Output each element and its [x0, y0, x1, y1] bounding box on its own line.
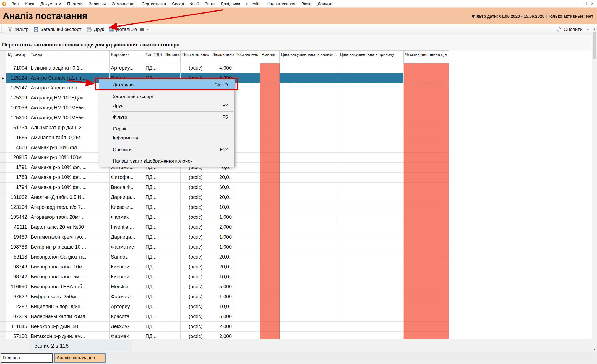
grid-cell[interactable]	[280, 232, 338, 242]
grid-cell[interactable]	[234, 322, 260, 332]
grid-cell[interactable]	[404, 143, 449, 153]
grid-cell[interactable]: Азитро Сандоз табл. ...	[29, 83, 110, 93]
grid-cell[interactable]	[280, 272, 338, 282]
grid-cell[interactable]	[404, 312, 449, 322]
grid-cell[interactable]: Артериу...	[110, 63, 144, 73]
menubar-item-філії[interactable]: Філії	[187, 1, 202, 6]
table-row[interactable]: 123104Атерокард табл. п/о 7...Киевски...…	[0, 202, 449, 212]
grid-cell[interactable]	[338, 113, 404, 123]
grid-cell[interactable]	[164, 242, 181, 252]
grid-cell[interactable]: ПД...	[144, 212, 164, 222]
grid-cell[interactable]: (офіс)	[181, 202, 211, 212]
table-row[interactable]: 107359Валерианы капли 25млКрасота ...ПД.…	[0, 312, 449, 322]
context-menu-item-оновити[interactable]: ОновитиF12	[99, 145, 234, 154]
detail-button[interactable]: Детально	[106, 26, 139, 33]
grid-cell[interactable]: Артериу...	[110, 302, 144, 312]
grid-cell[interactable]	[404, 93, 449, 103]
grid-cell[interactable]	[338, 93, 404, 103]
row-indicator[interactable]	[0, 282, 6, 292]
grid-cell[interactable]	[260, 103, 280, 113]
grid-cell[interactable]: 42111	[6, 222, 29, 232]
row-indicator[interactable]	[0, 202, 6, 212]
grid-cell[interactable]: 98743	[6, 262, 29, 272]
row-indicator[interactable]	[0, 292, 6, 302]
grid-cell[interactable]	[338, 302, 404, 312]
scroll-down-icon[interactable]: ▼	[592, 347, 597, 352]
grid-cell[interactable]	[234, 93, 260, 103]
column-header-1[interactable]: ІД товару	[6, 51, 29, 63]
grid-cell[interactable]	[404, 232, 449, 242]
grid-cell[interactable]: ПД...	[144, 272, 164, 282]
grid-cell[interactable]: ПД...	[144, 262, 164, 272]
grid-cell[interactable]	[404, 63, 449, 73]
grid-cell[interactable]	[280, 192, 338, 202]
context-menu-item-налаштувати-відображення-колонок[interactable]: Налаштувати відображення колонок	[99, 157, 234, 166]
table-row[interactable]: 19459Бетаметазон крем туб...Дарница...ПД…	[0, 232, 449, 242]
grid-cell[interactable]: 97822	[6, 292, 29, 302]
grid-cell[interactable]	[164, 63, 181, 73]
grid-cell[interactable]	[234, 113, 260, 123]
grid-cell[interactable]	[234, 103, 260, 113]
grid-cell[interactable]	[404, 202, 449, 212]
column-header-4[interactable]: Тип ПДВ	[144, 51, 164, 63]
row-indicator[interactable]	[0, 232, 6, 242]
grid-cell[interactable]: 53118	[6, 252, 29, 262]
grid-cell[interactable]: 1791	[6, 163, 29, 173]
grid-options-icon[interactable]: ⁞⁞	[0, 51, 6, 63]
menubar-item-звіт[interactable]: Звіт	[9, 1, 22, 6]
grid-cell[interactable]	[260, 262, 280, 272]
table-row[interactable]: 108756Бетаргин р-р саше 10 ...ФарматисПД…	[0, 242, 449, 252]
grid-cell[interactable]	[280, 212, 338, 222]
grid-cell[interactable]	[260, 93, 280, 103]
grid-cell[interactable]	[404, 282, 449, 292]
context-menu-item-сервіс[interactable]: Сервіс	[99, 124, 234, 133]
refresh-button[interactable]: Оновити	[554, 26, 585, 33]
grid-cell[interactable]	[260, 83, 280, 93]
grid-cell[interactable]	[338, 83, 404, 93]
row-indicator[interactable]	[0, 242, 6, 252]
grid-cell[interactable]	[338, 123, 404, 133]
grid-cell[interactable]	[164, 302, 181, 312]
scroll-up-icon[interactable]: ▲	[592, 27, 597, 31]
grid-cell[interactable]: 4,000	[211, 63, 234, 73]
grid-cell[interactable]: ПД...	[144, 312, 164, 322]
table-row[interactable]: 98743Бисопролол табл. 10м...Киевски...ПД…	[0, 262, 449, 272]
grid-cell[interactable]: ПД...	[144, 63, 164, 73]
grid-cell[interactable]	[260, 292, 280, 302]
grid-cell[interactable]	[404, 192, 449, 202]
grid-cell[interactable]: 2282	[6, 302, 29, 312]
grid-cell[interactable]: Бициллин-5 пор. д/ин....	[29, 302, 110, 312]
grid-cell[interactable]	[234, 192, 260, 202]
table-row[interactable]: 1794Аммиака р-р 10% фл. ...Виола Ф...ПД.…	[0, 183, 449, 192]
grid-cell[interactable]	[164, 202, 181, 212]
grid-cell[interactable]: 108756	[6, 242, 29, 252]
row-indicator[interactable]	[0, 252, 6, 262]
grid-cell[interactable]	[404, 272, 449, 282]
grid-cell[interactable]	[404, 222, 449, 232]
grid-cell[interactable]: Аммиака р-р 10% фл. ...	[29, 173, 110, 183]
row-indicator[interactable]	[0, 153, 6, 163]
grid-cell[interactable]: ПД...	[144, 192, 164, 202]
grid-cell[interactable]: (офіс)	[181, 322, 211, 332]
grid-cell[interactable]: (офіс)	[181, 282, 211, 292]
grid-cell[interactable]: Аторвакор табл. 20мг ...	[29, 212, 110, 222]
grid-cell[interactable]: ПД...	[144, 292, 164, 302]
grid-cell[interactable]: 20,0..	[211, 262, 234, 272]
grid-cell[interactable]: L-лизина эсцинат 0,1...	[29, 63, 110, 73]
grid-cell[interactable]: ПД...	[144, 222, 164, 232]
grid-cell[interactable]	[260, 133, 280, 143]
grid-cell[interactable]	[404, 163, 449, 173]
grid-cell[interactable]: Фармаст...	[110, 292, 144, 302]
grid-cell[interactable]	[338, 212, 404, 222]
row-indicator[interactable]	[0, 63, 6, 73]
grid-cell[interactable]	[234, 183, 260, 192]
grid-cell[interactable]: ПД...	[144, 202, 164, 212]
grid-cell[interactable]	[164, 183, 181, 192]
table-row[interactable]: 1783Аммиака р-р 10% фл. ...Фитофа...ПД..…	[0, 173, 449, 183]
grid-cell[interactable]	[260, 252, 280, 262]
grid-cell[interactable]	[404, 292, 449, 302]
grid-cell[interactable]	[280, 83, 338, 93]
grid-cell[interactable]	[234, 202, 260, 212]
context-menu-item-інформація[interactable]: Інформація	[99, 133, 234, 143]
column-header-2[interactable]: Товар	[29, 51, 110, 63]
